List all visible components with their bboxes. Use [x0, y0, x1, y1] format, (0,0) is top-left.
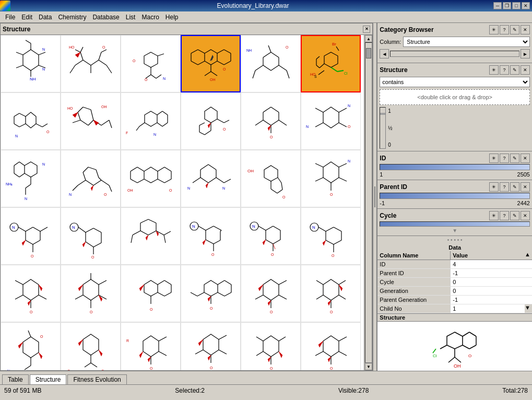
grid-cell-6-5[interactable]: O: [241, 322, 301, 370]
tab-fitness-evolution[interactable]: Fitness Evolution: [67, 374, 126, 384]
grid-cell-2-6[interactable]: N O N: [301, 92, 361, 150]
id-close-btn[interactable]: ✕: [521, 154, 530, 163]
grid-cell-4-1[interactable]: N O: [1, 207, 61, 265]
svg-line-212: [33, 227, 40, 231]
menu-data[interactable]: Data: [36, 13, 55, 22]
parent-id-asterisk-btn[interactable]: ✳: [489, 182, 499, 192]
grid-cell-5-4[interactable]: O: [181, 265, 241, 322]
nav-right-btn[interactable]: ►: [521, 49, 530, 58]
cycle-range-bar[interactable]: [380, 221, 530, 227]
grid-cell-3-1[interactable]: N N NH₂: [1, 150, 61, 207]
grid-cell-4-3[interactable]: [121, 207, 181, 265]
id-question-btn[interactable]: ?: [500, 154, 509, 163]
menu-chemistry[interactable]: Chemistry: [55, 13, 89, 22]
svg-line-312: [224, 280, 231, 285]
scroll-track[interactable]: [365, 42, 372, 363]
structure-question-btn[interactable]: ?: [500, 65, 509, 75]
menu-edit[interactable]: Edit: [18, 13, 36, 22]
grid-cell-2-2[interactable]: HO OH: [61, 92, 121, 150]
structure-close-btn[interactable]: ✕: [363, 26, 370, 33]
grid-cell-6-6[interactable]: O: [301, 322, 361, 370]
svg-text:Cl: Cl: [433, 354, 437, 358]
maximize-button[interactable]: □: [512, 2, 521, 9]
grid-cell-5-3[interactable]: O: [121, 265, 181, 322]
grid-cell-6-4[interactable]: O: [181, 322, 241, 370]
grid-cell-3-4[interactable]: N N: [181, 150, 241, 207]
parent-id-edit-btn[interactable]: ✎: [510, 182, 519, 192]
svg-line-17: [75, 50, 80, 52]
grid-cell-5-1[interactable]: O: [1, 265, 61, 322]
minimize-button[interactable]: ─: [493, 2, 502, 9]
menu-help[interactable]: Help: [162, 13, 182, 22]
parent-id-range-bar[interactable]: [380, 193, 530, 199]
id-edit-btn[interactable]: ✎: [510, 154, 519, 163]
grid-cell-5-5[interactable]: O: [241, 265, 301, 322]
svg-line-332: [339, 295, 346, 299]
grid-cell-4-4[interactable]: N O: [181, 207, 241, 265]
structure-edit-btn[interactable]: ✎: [510, 65, 519, 75]
scroll-down-button[interactable]: ▼: [365, 363, 372, 370]
grid-cell-1-5[interactable]: NH O: [241, 35, 301, 92]
slider-track-vertical[interactable]: [380, 107, 386, 149]
grid-cell-1-3[interactable]: O N O: [121, 35, 181, 92]
grid-cell-3-6[interactable]: O N: [301, 150, 361, 207]
grid-cell-2-3[interactable]: F N: [121, 92, 181, 150]
category-asterisk-btn[interactable]: ✳: [489, 25, 499, 34]
nav-slider[interactable]: [390, 51, 519, 57]
nav-left-btn[interactable]: ◄: [380, 49, 389, 58]
grid-cell-1-1[interactable]: NH N N: [1, 35, 61, 92]
parent-id-close-btn[interactable]: ✕: [521, 182, 530, 192]
grid-cell-5-6[interactable]: O: [301, 265, 361, 322]
data-scroll-top[interactable]: ▲: [525, 251, 532, 260]
cycle-close-btn[interactable]: ✕: [521, 211, 530, 220]
drop-zone[interactable]: <double click or drag & drop>: [380, 89, 530, 105]
grid-cell-3-2[interactable]: N O: [61, 150, 121, 207]
id-asterisk-btn[interactable]: ✳: [489, 154, 499, 163]
id-max-value: 2505: [517, 171, 530, 178]
menu-file[interactable]: File: [2, 13, 18, 22]
structure-close-btn[interactable]: ✕: [521, 65, 530, 75]
grid-cell-1-6[interactable]: Br HO Cl: [301, 35, 361, 92]
restore-button[interactable]: ❐: [503, 2, 511, 9]
grid-cell-2-5[interactable]: O: [241, 92, 301, 150]
tab-table[interactable]: Table: [2, 374, 29, 384]
column-select[interactable]: Structure: [403, 37, 530, 47]
tab-structure[interactable]: Structure: [30, 374, 67, 384]
close-button[interactable]: ✕: [522, 2, 530, 9]
grid-cell-3-5[interactable]: OH O: [241, 150, 301, 207]
grid-cell-4-2[interactable]: N O: [61, 207, 121, 265]
scroll-up-button[interactable]: ▲: [365, 35, 372, 42]
grid-cell-6-3[interactable]: O R: [121, 322, 181, 370]
grid-cell-2-1[interactable]: O N: [1, 92, 61, 150]
grid-cell-1-2[interactable]: HO O: [61, 35, 121, 92]
structure-asterisk-btn[interactable]: ✳: [489, 65, 499, 75]
slider-min-label: 0: [388, 142, 392, 148]
cycle-asterisk-btn[interactable]: ✳: [489, 211, 499, 220]
svg-line-122: [255, 120, 263, 125]
cycle-question-btn[interactable]: ?: [500, 211, 509, 220]
cycle-edit-btn[interactable]: ✎: [510, 211, 519, 220]
grid-cell-1-4[interactable]: OH O: [181, 35, 241, 92]
grid-cell-4-5[interactable]: N O: [241, 207, 301, 265]
id-range-bar[interactable]: [380, 164, 530, 170]
structure-filter-select[interactable]: contains is is not: [380, 77, 530, 87]
svg-text:OH: OH: [210, 78, 216, 81]
svg-marker-321: [263, 279, 279, 300]
parent-id-question-btn[interactable]: ?: [500, 182, 509, 192]
menu-macro[interactable]: Macro: [138, 13, 162, 22]
data-scroll-bottom[interactable]: ▼: [525, 304, 532, 313]
category-close-btn[interactable]: ✕: [521, 25, 530, 34]
menu-list[interactable]: List: [123, 13, 139, 22]
category-edit-btn[interactable]: ✎: [510, 25, 519, 34]
grid-cell-4-6[interactable]: N O: [301, 207, 361, 265]
grid-cell-6-2[interactable]: O O: [61, 322, 121, 370]
grid-cell-6-1[interactable]: N O: [1, 322, 61, 370]
category-question-btn[interactable]: ?: [500, 25, 509, 34]
grid-cell-3-3[interactable]: O OH: [121, 150, 181, 207]
menu-database[interactable]: Database: [89, 13, 122, 22]
svg-line-202: [339, 178, 347, 181]
id-min-value: 1: [380, 171, 383, 178]
grid-cell-5-2[interactable]: O: [61, 265, 121, 322]
svg-text:N: N: [348, 159, 350, 163]
grid-cell-2-4[interactable]: O: [181, 92, 241, 150]
